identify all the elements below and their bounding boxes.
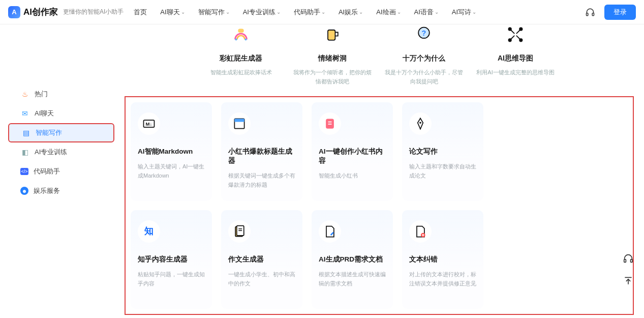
note-icon (319, 112, 341, 135)
correct-icon (409, 220, 432, 243)
svg-point-2 (235, 39, 237, 41)
chat-icon: ✉ (20, 109, 29, 118)
svg-point-3 (245, 39, 247, 41)
preview-card-0[interactable]: 彩虹屁生成器智能生成彩虹屁吹捧话术 (201, 24, 281, 86)
tool-card-prd[interactable]: AI生成PRD需求文档根据文本描述生成可快速编辑的需求文档 (312, 210, 393, 309)
nav-item-2[interactable]: 智能写作⌄ (198, 8, 230, 17)
card-desc: 对上传的文本进行校对，标注错误文本并提供修正意见 (409, 270, 476, 288)
card-title: 情绪树洞 (292, 54, 373, 63)
sidebar-item-2[interactable]: ▤智能写作 (8, 123, 114, 142)
card-title: 论文写作 (409, 147, 476, 156)
svg-rect-1 (592, 13, 594, 15)
nav-item-5[interactable]: AI娱乐⌄ (339, 8, 363, 17)
support-icon[interactable] (622, 252, 635, 265)
preview-card-3[interactable]: AI思维导图利用AI一键生成完整的思维导图 (475, 24, 556, 86)
nav-item-0[interactable]: 首页 (134, 8, 147, 17)
fire-icon: ♨ (20, 90, 29, 99)
highlighted-section: M↓AI智能Markdown输入主题关键词，AI一键生成Markdown小红书爆… (125, 96, 634, 315)
md-icon: M↓ (138, 112, 160, 135)
svg-text:知: 知 (144, 226, 154, 236)
chevron-down-icon: ⌄ (397, 9, 401, 15)
card-desc: 利用AI一键生成完整的思维导图 (475, 68, 556, 77)
svg-point-17 (419, 122, 421, 124)
question-icon: ? (414, 24, 434, 45)
window-icon (228, 112, 251, 135)
sidebar-item-0[interactable]: ♨热门 (8, 84, 114, 104)
pen-icon (409, 112, 432, 135)
card-desc: 我将作为一个倾听者，把你的烦恼都告诉我吧 (292, 68, 373, 86)
sidebar-item-label: AI专业训练 (35, 148, 67, 157)
card-desc: 智能生成小红书 (319, 171, 386, 181)
sidebar-item-label: 娱乐服务 (34, 186, 60, 195)
nav-item-3[interactable]: AI专业训练⌄ (243, 8, 281, 17)
sidebar-item-3[interactable]: ◧AI专业训练 (8, 142, 114, 162)
svg-text:?: ? (422, 29, 426, 37)
tool-card-correct[interactable]: 文本纠错对上传的文本进行校对，标注错误文本并提供修正意见 (402, 210, 483, 309)
sidebar-item-1[interactable]: ✉AI聊天 (8, 104, 114, 123)
chevron-down-icon: ⌄ (359, 9, 363, 15)
svg-rect-15 (234, 119, 244, 122)
rainbow-icon (231, 24, 251, 45)
mindmap-icon (505, 24, 526, 45)
svg-rect-0 (587, 13, 588, 15)
preview-card-1[interactable]: 情绪树洞我将作为一个倾听者，把你的烦恼都告诉我吧 (292, 24, 373, 86)
sidebar-item-4[interactable]: </>代码助手 (8, 162, 114, 181)
chevron-down-icon: ⌄ (321, 9, 325, 15)
card-desc: 输入主题关键词，AI一键生成Markdown (138, 162, 205, 180)
chevron-down-icon: ⌄ (181, 9, 185, 15)
sidebar-item-label: 热门 (35, 90, 48, 99)
card-title: 文本纠错 (409, 255, 476, 264)
card-desc: 输入主题和字数要求自动生成论文 (409, 162, 476, 180)
nav-item-1[interactable]: AI聊天⌄ (160, 8, 185, 17)
cup-icon (322, 24, 343, 45)
tool-card-essay[interactable]: 作文生成器一键生成小学生、初中和高中的作文 (221, 210, 302, 309)
headset-icon[interactable] (585, 7, 595, 17)
svg-text:M↓: M↓ (146, 122, 152, 127)
write-icon: ▤ (21, 128, 30, 137)
chevron-down-icon: ⌄ (435, 9, 439, 15)
card-desc: 根据文本描述生成可快速编辑的需求文档 (319, 270, 386, 288)
card-title: 知乎内容生成器 (138, 255, 205, 264)
nav-item-8[interactable]: AI写诗⌄ (452, 8, 476, 17)
card-desc: 智能生成彩虹屁吹捧话术 (201, 68, 281, 77)
essay-icon (228, 220, 251, 243)
login-button[interactable]: 登录 (604, 5, 636, 20)
sidebar-item-label: 代码助手 (34, 167, 60, 176)
zhi-icon: 知 (138, 220, 160, 243)
train-icon: ◧ (20, 148, 29, 157)
chevron-down-icon: ⌄ (277, 9, 281, 15)
sidebar: ♨热门✉AI聊天▤智能写作◧AI专业训练</>代码助手☻娱乐服务 (0, 24, 114, 318)
preview-card-2[interactable]: ?十万个为什么我是十万个为什么小助手，尽管向我提问吧 (384, 24, 464, 86)
card-desc: 一键生成小学生、初中和高中的作文 (228, 270, 295, 288)
sidebar-item-label: AI聊天 (35, 109, 54, 118)
tool-card-md[interactable]: M↓AI智能Markdown输入主题关键词，AI一键生成Markdown (131, 102, 212, 201)
nav-item-4[interactable]: 代码助手⌄ (294, 8, 325, 17)
card-title: AI智能Markdown (138, 147, 205, 156)
logo-icon: A (8, 6, 20, 18)
nav-item-7[interactable]: AI语音⌄ (414, 8, 439, 17)
svg-rect-5 (328, 30, 335, 40)
tagline: 更懂你的智能AI小助手 (63, 8, 124, 16)
card-title: AI一键创作小红书内容 (319, 147, 386, 165)
prd-icon (319, 220, 341, 243)
card-title: 作文生成器 (228, 255, 295, 264)
chevron-down-icon: ⌄ (226, 9, 230, 15)
brand-name: AI创作家 (23, 6, 58, 18)
svg-rect-23 (631, 259, 633, 262)
svg-rect-22 (624, 259, 626, 262)
nav-item-6[interactable]: AI绘画⌄ (376, 8, 401, 17)
back-to-top-icon[interactable] (622, 274, 635, 287)
card-title: 彩虹屁生成器 (201, 54, 281, 63)
top-nav: 首页AI聊天⌄智能写作⌄AI专业训练⌄代码助手⌄AI娱乐⌄AI绘画⌄AI语音⌄A… (134, 8, 585, 17)
card-title: AI生成PRD需求文档 (319, 255, 386, 264)
chevron-down-icon: ⌄ (472, 9, 476, 15)
tool-card-pen[interactable]: 论文写作输入主题和字数要求自动生成论文 (402, 102, 483, 201)
sidebar-item-5[interactable]: ☻娱乐服务 (8, 181, 114, 200)
card-desc: 我是十万个为什么小助手，尽管向我提问吧 (384, 68, 464, 86)
tool-card-window[interactable]: 小红书爆款标题生成器根据关键词一键生成多个有爆款潜力的标题 (221, 102, 302, 201)
card-title: AI思维导图 (475, 54, 556, 63)
tool-card-zhi[interactable]: 知知乎内容生成器粘贴知乎问题，一键生成知乎内容 (131, 210, 212, 309)
svg-rect-4 (238, 29, 243, 33)
tool-card-note[interactable]: AI一键创作小红书内容智能生成小红书 (312, 102, 393, 201)
logo[interactable]: A AI创作家 (8, 6, 58, 18)
